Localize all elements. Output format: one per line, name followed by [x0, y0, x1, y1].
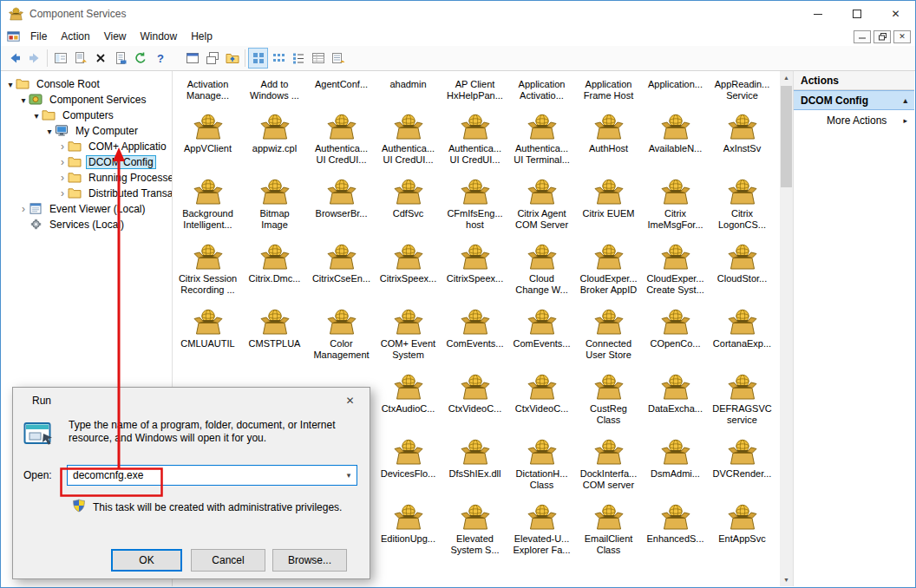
dcom-item[interactable]: CustReg Class	[575, 368, 642, 433]
dcom-item[interactable]: CitrixCseEn...	[308, 238, 375, 303]
tree-chevron-icon[interactable]: ›	[57, 172, 68, 184]
restore-window-icon[interactable]	[202, 48, 222, 69]
tree-item-com-applicatio[interactable]: ›COM+ Applicatio	[2, 139, 172, 154]
dcom-item[interactable]: ahadmin	[375, 78, 442, 108]
dcom-item[interactable]: Citrix.Dmc...	[241, 238, 308, 303]
dcom-item[interactable]: EditionUpg...	[375, 498, 442, 563]
tree-item-console-root[interactable]: ▾Console Root	[2, 76, 172, 92]
small-icons-view-icon[interactable]	[268, 48, 288, 69]
details-view-icon[interactable]	[308, 48, 328, 69]
dcom-item[interactable]: EnhancedS...	[642, 498, 709, 563]
dcom-item[interactable]: CFmIfsEng... host	[442, 173, 508, 238]
tree-chevron-icon[interactable]: ›	[57, 187, 68, 199]
dcom-item[interactable]: CitrixSpeex...	[375, 238, 442, 303]
scrollbar-thumb[interactable]	[781, 86, 792, 187]
dcom-item[interactable]: BrowserBr...	[308, 173, 375, 238]
list-view-icon[interactable]	[288, 48, 308, 69]
dcom-item[interactable]: Activation Manage...	[174, 78, 241, 108]
tree-chevron-icon[interactable]: ›	[57, 140, 68, 153]
dcom-item[interactable]: ComEvents...	[442, 303, 508, 368]
actions-more-actions[interactable]: More Actions ▸	[794, 110, 914, 130]
dcom-item[interactable]: Bitmap Image	[241, 173, 308, 238]
combo-dropdown-icon[interactable]: ▾	[341, 471, 357, 480]
export-list-alt-icon[interactable]	[328, 48, 348, 69]
close-button[interactable]: ✕	[876, 1, 915, 27]
dcom-item[interactable]: CortanaExp...	[709, 303, 775, 368]
dcom-item[interactable]: Authentica... UI CredUI...	[375, 108, 442, 173]
browse-button[interactable]: Browse...	[272, 549, 347, 572]
dcom-item[interactable]: AxInstSv	[709, 108, 775, 173]
new-window-icon[interactable]	[182, 48, 202, 69]
dcom-item[interactable]: Citrix Session Recording ...	[174, 238, 241, 303]
dcom-item[interactable]: AuthHost	[575, 108, 642, 173]
dcom-item[interactable]: Application Activatio...	[508, 78, 575, 108]
tree-item-services-local[interactable]: Services (Local)	[2, 217, 172, 232]
properties-icon[interactable]	[110, 48, 130, 69]
dcom-item[interactable]: CtxVideoC...	[442, 368, 508, 433]
dcom-item[interactable]: Application...	[642, 78, 709, 108]
delete-icon[interactable]	[90, 48, 110, 69]
ok-button[interactable]: OK	[111, 549, 182, 572]
run-close-button[interactable]: ✕	[330, 388, 370, 414]
tree-item-distributed-transa[interactable]: ›Distributed Transa	[2, 186, 172, 201]
maximize-button[interactable]	[837, 1, 876, 27]
dcom-item[interactable]: DevicesFlo...	[375, 433, 442, 498]
scroll-up-icon[interactable]: ▲	[780, 71, 793, 84]
tree-item-my-computer[interactable]: ▾My Computer	[2, 123, 172, 139]
dcom-item[interactable]: Background Intelligent...	[174, 173, 241, 238]
tree-chevron-icon[interactable]: ▾	[31, 111, 42, 121]
tree-chevron-icon[interactable]: ›	[18, 203, 29, 215]
tree-chevron-icon[interactable]: ▾	[18, 95, 29, 105]
actions-dcom-config-group[interactable]: DCOM Config ▴	[794, 90, 914, 110]
dcom-item[interactable]: Authentica... UI CredUI...	[308, 108, 375, 173]
dcom-item[interactable]: Authentica... UI Terminal...	[508, 108, 575, 173]
dcom-item[interactable]: AppReadin... Service	[709, 78, 775, 108]
menu-help[interactable]: Help	[184, 29, 219, 44]
tree-item-component-services[interactable]: ▾Component Services	[2, 92, 172, 108]
tree-item-computers[interactable]: ▾Computers	[2, 108, 172, 123]
dcom-item[interactable]: Authentica... UI CredUI...	[442, 108, 508, 173]
dcom-item[interactable]: Citrix LogonCS...	[709, 173, 775, 238]
dcom-item[interactable]: AvailableN...	[642, 108, 709, 173]
dcom-item[interactable]: Color Management	[308, 303, 375, 368]
dcom-item[interactable]: CMLUAUTIL	[174, 303, 241, 368]
dcom-item[interactable]: DVCRender...	[709, 433, 775, 498]
dcom-item[interactable]: ComEvents...	[508, 303, 575, 368]
dcom-item[interactable]: CdfSvc	[375, 173, 442, 238]
dcom-item[interactable]: Add to Windows ...	[241, 78, 308, 108]
child-restore-button[interactable]	[873, 30, 891, 43]
minimize-button[interactable]	[798, 1, 837, 27]
menu-action[interactable]: Action	[54, 29, 96, 44]
dcom-item[interactable]: AppVClient	[174, 108, 241, 173]
refresh-icon[interactable]	[130, 48, 150, 69]
dcom-item[interactable]: Elevated System S...	[442, 498, 508, 563]
dcom-item[interactable]: CtxAudioC...	[375, 368, 442, 433]
dcom-item[interactable]: AgentConf...	[308, 78, 375, 108]
dcom-item[interactable]: CitrixSpeex...	[442, 238, 508, 303]
dcom-item[interactable]: appwiz.cpl	[241, 108, 308, 173]
scroll-down-icon[interactable]: ▼	[780, 573, 793, 586]
dcom-item[interactable]: Cloud Change W...	[508, 238, 575, 303]
dcom-item[interactable]: DsmAdmi...	[642, 433, 709, 498]
menu-view[interactable]: View	[97, 29, 134, 44]
cancel-button[interactable]: Cancel	[191, 549, 265, 572]
child-minimize-button[interactable]	[854, 30, 871, 43]
tree-chevron-icon[interactable]: ▾	[44, 127, 55, 136]
vertical-scrollbar[interactable]: ▲ ▼	[780, 71, 793, 586]
dcom-item[interactable]: CloudExper... Broker AppID	[575, 238, 642, 303]
open-combobox[interactable]: decomcnfg.exe ▾	[67, 465, 357, 486]
help-icon[interactable]: ?	[150, 48, 170, 69]
tree-chevron-icon[interactable]: ›	[57, 156, 68, 168]
dcom-item[interactable]: CloudExper... Create Syst...	[642, 238, 709, 303]
tree-item-dcom-config[interactable]: ›DCOM Config	[2, 154, 172, 170]
dcom-item[interactable]: Application Frame Host	[575, 78, 642, 108]
dcom-item[interactable]: EmailClient Class	[575, 498, 642, 563]
dcom-item[interactable]: DockInterfa... COM server	[575, 433, 642, 498]
tree-item-running-processe[interactable]: ›Running Processe	[2, 170, 172, 186]
dcom-item[interactable]: DEFRAGSVC service	[709, 368, 775, 433]
dcom-item[interactable]: DataExcha...	[642, 368, 709, 433]
dcom-item[interactable]: Citrix ImeMsgFor...	[642, 173, 709, 238]
dcom-item[interactable]: COM+ Event System	[375, 303, 442, 368]
up-level-icon[interactable]	[222, 48, 242, 69]
large-icons-view-icon[interactable]	[248, 48, 268, 69]
